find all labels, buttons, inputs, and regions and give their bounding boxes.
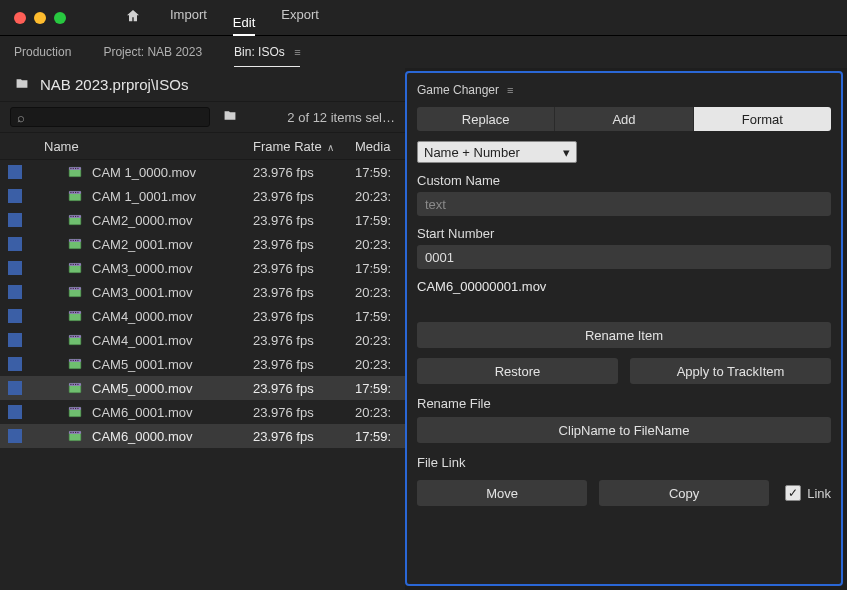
svg-rect-44: [70, 336, 71, 337]
move-button[interactable]: Move: [417, 480, 587, 506]
svg-rect-52: [75, 360, 76, 361]
panel-title-label: Game Changer: [417, 83, 499, 97]
zoom-window-button[interactable]: [54, 12, 66, 24]
table-row[interactable]: CAM2_0000.mov23.976 fps17:59:: [0, 208, 405, 232]
svg-rect-68: [70, 432, 71, 433]
clip-icon: [66, 429, 84, 443]
format-mode-value: Name + Number: [424, 145, 520, 160]
row-label-color[interactable]: [8, 333, 22, 347]
table-row[interactable]: CAM3_0000.mov23.976 fps17:59:: [0, 256, 405, 280]
mode-segmented: Replace Add Format: [417, 107, 831, 131]
clip-name: CAM4_0001.mov: [92, 333, 192, 348]
column-frame-rate[interactable]: Frame Rate ∧: [253, 139, 355, 154]
clip-icon: [66, 309, 84, 323]
rename-item-button[interactable]: Rename Item: [417, 322, 831, 348]
apply-trackitem-button[interactable]: Apply to TrackItem: [630, 358, 831, 384]
table-row[interactable]: CAM2_0001.mov23.976 fps20:23:: [0, 232, 405, 256]
clip-name: CAM5_0001.mov: [92, 357, 192, 372]
link-checkbox[interactable]: ✓: [785, 485, 801, 501]
row-label-color[interactable]: [8, 381, 22, 395]
svg-rect-34: [75, 288, 76, 289]
clip-name: CAM6_0000.mov: [92, 429, 192, 444]
tab-project[interactable]: Project: NAB 2023: [103, 45, 202, 59]
search-input[interactable]: ⌕: [10, 107, 210, 127]
table-row[interactable]: CAM4_0001.mov23.976 fps20:23:: [0, 328, 405, 352]
svg-rect-38: [70, 312, 71, 313]
svg-rect-45: [73, 336, 74, 337]
clip-icon: [66, 189, 84, 203]
svg-rect-4: [75, 168, 76, 169]
menu-edit[interactable]: Edit: [233, 15, 255, 36]
format-mode-select[interactable]: Name + Number ▾: [417, 141, 577, 163]
custom-name-input[interactable]: [417, 192, 831, 216]
breadcrumb-path: NAB 2023.prproj\ISOs: [40, 76, 188, 93]
cell-frame-rate: 23.976 fps: [253, 213, 355, 228]
close-window-button[interactable]: [14, 12, 26, 24]
row-label-color[interactable]: [8, 165, 22, 179]
svg-rect-33: [73, 288, 74, 289]
clip-list: CAM 1_0000.mov23.976 fps17:59:CAM 1_0001…: [0, 160, 405, 590]
clip-name: CAM 1_0000.mov: [92, 165, 196, 180]
tab-bin[interactable]: Bin: ISOs ≡: [234, 45, 299, 59]
row-label-color[interactable]: [8, 213, 22, 227]
custom-name-label: Custom Name: [417, 173, 831, 188]
table-row[interactable]: CAM5_0000.mov23.976 fps17:59:: [0, 376, 405, 400]
home-icon[interactable]: [124, 8, 142, 27]
cell-media-start: 17:59:: [355, 213, 405, 228]
table-row[interactable]: CAM5_0001.mov23.976 fps20:23:: [0, 352, 405, 376]
minimize-window-button[interactable]: [34, 12, 46, 24]
row-label-color[interactable]: [8, 309, 22, 323]
panel-menu-icon[interactable]: ≡: [507, 84, 512, 96]
svg-rect-39: [73, 312, 74, 313]
row-label-color[interactable]: [8, 357, 22, 371]
restore-button[interactable]: Restore: [417, 358, 618, 384]
row-label-color[interactable]: [8, 405, 22, 419]
game-changer-panel: Game Changer ≡ Replace Add Format Name +…: [405, 71, 843, 586]
search-icon: ⌕: [17, 110, 25, 125]
row-label-color[interactable]: [8, 429, 22, 443]
cell-frame-rate: 23.976 fps: [253, 285, 355, 300]
row-label-color[interactable]: [8, 285, 22, 299]
panel-menu-icon[interactable]: ≡: [294, 46, 299, 58]
table-row[interactable]: CAM6_0001.mov23.976 fps20:23:: [0, 400, 405, 424]
tab-production[interactable]: Production: [14, 45, 71, 59]
menu-export[interactable]: Export: [281, 7, 319, 28]
sort-ascending-icon: ∧: [327, 142, 334, 153]
menu-import[interactable]: Import: [170, 7, 207, 28]
clipname-to-filename-button[interactable]: ClipName to FileName: [417, 417, 831, 443]
clip-name: CAM 1_0001.mov: [92, 189, 196, 204]
svg-rect-23: [77, 240, 78, 241]
cell-media-start: 17:59:: [355, 381, 405, 396]
copy-button[interactable]: Copy: [599, 480, 769, 506]
svg-rect-11: [77, 192, 78, 193]
row-label-color[interactable]: [8, 261, 22, 275]
svg-rect-63: [73, 408, 74, 409]
row-label-color[interactable]: [8, 237, 22, 251]
svg-rect-10: [75, 192, 76, 193]
table-row[interactable]: CAM3_0001.mov23.976 fps20:23:: [0, 280, 405, 304]
mode-add[interactable]: Add: [554, 107, 692, 131]
clip-icon: [66, 261, 84, 275]
cell-frame-rate: 23.976 fps: [253, 237, 355, 252]
clip-name: CAM3_0001.mov: [92, 285, 192, 300]
cell-media-start: 20:23:: [355, 333, 405, 348]
clip-name: CAM6_0001.mov: [92, 405, 192, 420]
row-label-color[interactable]: [8, 189, 22, 203]
start-number-input[interactable]: [417, 245, 831, 269]
cell-media-start: 17:59:: [355, 429, 405, 444]
svg-rect-9: [73, 192, 74, 193]
column-name[interactable]: Name: [40, 139, 253, 154]
svg-rect-28: [75, 264, 76, 265]
clip-icon: [66, 165, 84, 179]
start-number-label: Start Number: [417, 226, 831, 241]
mode-format[interactable]: Format: [693, 107, 831, 131]
folder-icon: [14, 76, 30, 93]
mode-replace[interactable]: Replace: [417, 107, 554, 131]
table-row[interactable]: CAM 1_0000.mov23.976 fps17:59:: [0, 160, 405, 184]
table-row[interactable]: CAM 1_0001.mov23.976 fps20:23:: [0, 184, 405, 208]
table-row[interactable]: CAM6_0000.mov23.976 fps17:59:: [0, 424, 405, 448]
cell-frame-rate: 23.976 fps: [253, 429, 355, 444]
column-media[interactable]: Media: [355, 139, 405, 154]
new-bin-icon[interactable]: [222, 109, 238, 125]
table-row[interactable]: CAM4_0000.mov23.976 fps17:59:: [0, 304, 405, 328]
